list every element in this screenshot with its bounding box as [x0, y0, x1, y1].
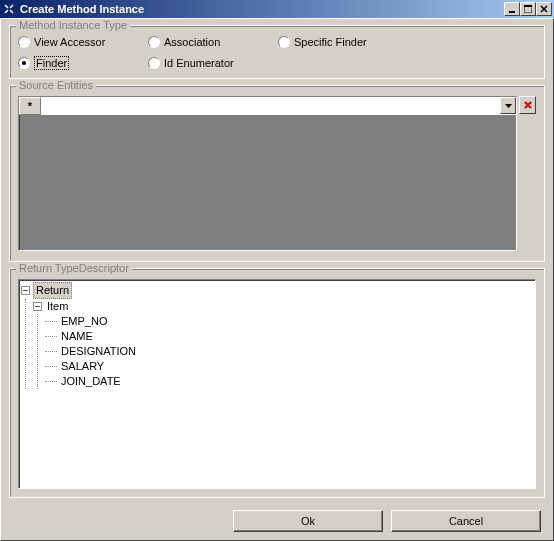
method-instance-type-group: Method Instance Type View Accessor Assoc… [9, 25, 545, 79]
collapse-icon[interactable]: − [21, 286, 30, 295]
radio-label: Id Enumerator [164, 57, 234, 69]
radio-icon [18, 36, 30, 48]
x-icon [524, 101, 532, 109]
close-button[interactable] [536, 2, 552, 16]
minimize-button[interactable] [504, 2, 520, 16]
svg-rect-0 [509, 11, 515, 13]
tree-field[interactable]: SALARY [59, 359, 106, 374]
source-entity-cell[interactable] [41, 97, 500, 115]
collapse-icon[interactable]: − [33, 302, 42, 311]
radio-view-accessor[interactable]: View Accessor [18, 36, 148, 48]
maximize-button[interactable] [520, 2, 536, 16]
svg-rect-2 [524, 5, 532, 7]
chevron-down-icon [505, 104, 512, 108]
radio-icon [18, 57, 30, 69]
method-instance-type-legend: Method Instance Type [16, 19, 130, 31]
radio-label: Association [164, 36, 220, 48]
radio-label: Finder [34, 56, 69, 70]
ok-button[interactable]: Ok [233, 510, 383, 532]
new-row-header[interactable]: * [19, 97, 41, 115]
tree-field[interactable]: EMP_NO [59, 314, 109, 329]
source-entities-grid[interactable]: * [18, 96, 517, 251]
radio-icon [278, 36, 290, 48]
radio-icon [148, 57, 160, 69]
radio-icon [148, 36, 160, 48]
tree-root[interactable]: Return [33, 282, 72, 299]
tree-connector-icon [45, 366, 57, 367]
tree-field[interactable]: JOIN_DATE [59, 374, 123, 389]
radio-id-enumerator[interactable]: Id Enumerator [148, 56, 278, 70]
dialog-buttons: Ok Cancel [9, 504, 545, 534]
return-type-descriptor-group: Return TypeDescriptor − Return − Item EM… [9, 268, 545, 498]
source-entities-legend: Source Entities [16, 79, 96, 91]
source-entities-group: Source Entities * [9, 85, 545, 262]
dropdown-button[interactable] [500, 97, 516, 114]
tree-connector-icon [45, 381, 57, 382]
radio-association[interactable]: Association [148, 36, 278, 48]
radio-label: Specific Finder [294, 36, 367, 48]
tree-connector-icon [45, 351, 57, 352]
cancel-button[interactable]: Cancel [391, 510, 541, 532]
return-type-descriptor-legend: Return TypeDescriptor [16, 262, 132, 274]
radio-label: View Accessor [34, 36, 105, 48]
delete-source-button[interactable] [519, 96, 536, 114]
titlebar: Create Method Instance [0, 0, 554, 18]
window-title: Create Method Instance [20, 3, 504, 15]
radio-specific-finder[interactable]: Specific Finder [278, 36, 408, 48]
tree-field[interactable]: NAME [59, 329, 95, 344]
asterisk-icon: * [28, 100, 32, 112]
tree-field[interactable]: DESIGNATION [59, 344, 138, 359]
tree-connector-icon [45, 321, 57, 322]
app-icon [2, 2, 16, 16]
tree-connector-icon [45, 336, 57, 337]
return-tree[interactable]: − Return − Item EMP_NO NAME DESIGNATION … [18, 279, 536, 489]
radio-finder[interactable]: Finder [18, 56, 148, 70]
tree-item[interactable]: Item [45, 299, 70, 314]
